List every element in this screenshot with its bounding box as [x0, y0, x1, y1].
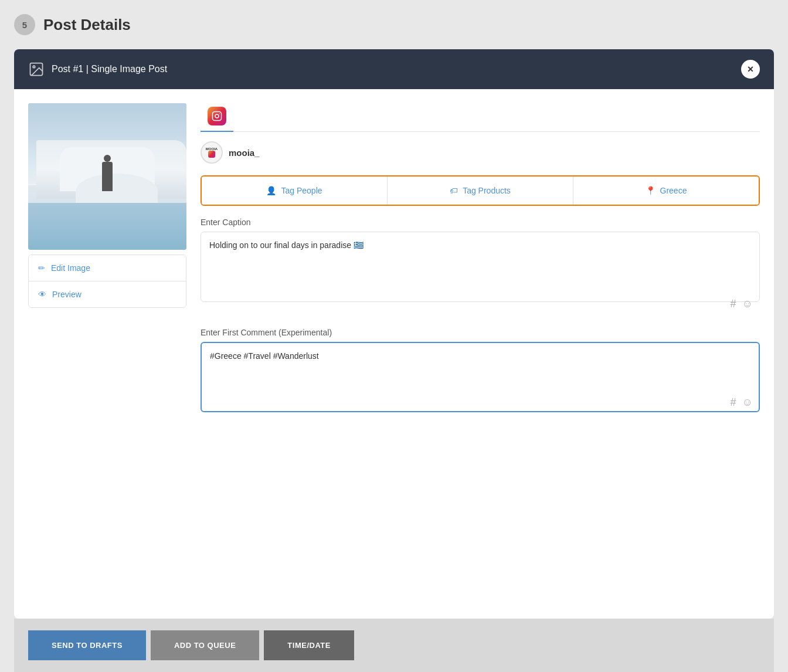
card-header: Post #1 | Single Image Post ×: [14, 49, 774, 89]
step-badge: 5: [14, 14, 35, 35]
tag-products-button[interactable]: 🏷 Tag Products: [388, 177, 573, 205]
avatar: MOOIA: [201, 141, 223, 164]
caption-icons: # ☺: [731, 298, 753, 310]
card-body: ✏ Edit Image 👁 Preview: [14, 89, 774, 440]
svg-point-3: [215, 114, 219, 118]
platform-tabs: [201, 103, 760, 132]
left-column: ✏ Edit Image 👁 Preview: [28, 103, 186, 426]
caption-section: Enter Caption # ☺: [201, 218, 760, 316]
person-silhouette: [102, 162, 113, 191]
instagram-icon: [208, 107, 226, 125]
edit-image-button[interactable]: ✏ Edit Image: [29, 255, 186, 281]
close-button[interactable]: ×: [741, 60, 760, 79]
image-actions: ✏ Edit Image 👁 Preview: [28, 254, 186, 308]
water: [28, 203, 186, 250]
instagram-tab[interactable]: [201, 103, 233, 131]
caption-input[interactable]: [201, 232, 760, 302]
bottom-bar: SEND TO DRAFTS ADD TO QUEUE TIME/DATE: [14, 619, 774, 672]
image-post-icon: [28, 61, 45, 77]
comment-label: Enter First Comment (Experimental): [201, 328, 760, 337]
tag-icon: 🏷: [450, 186, 458, 195]
add-to-queue-button[interactable]: ADD TO QUEUE: [151, 630, 259, 660]
post-image: [28, 103, 186, 250]
comment-section: Enter First Comment (Experimental) # ☺: [201, 328, 760, 415]
right-column: MOOIA mooia_ 👤 Tag People 🏷 Tag Products: [201, 103, 760, 426]
svg-point-1: [33, 66, 35, 68]
caption-wrapper: # ☺: [201, 232, 760, 316]
main-card: Post #1 | Single Image Post ×: [14, 49, 774, 619]
send-to-drafts-button[interactable]: SEND TO DRAFTS: [28, 630, 146, 660]
comment-wrapper: # ☺: [201, 342, 760, 415]
edit-icon: ✏: [38, 263, 45, 273]
preview-button[interactable]: 👁 Preview: [29, 281, 186, 307]
emoji-icon[interactable]: ☺: [742, 298, 753, 310]
time-date-button[interactable]: TIME/DATE: [264, 630, 354, 660]
location-icon: 📍: [646, 186, 655, 195]
comment-hashtag-icon[interactable]: #: [731, 396, 736, 409]
caption-label: Enter Caption: [201, 218, 760, 227]
tag-row: 👤 Tag People 🏷 Tag Products 📍 Greece: [201, 175, 760, 206]
post-label: Post #1 | Single Image Post: [52, 64, 167, 74]
account-name: mooia_: [229, 148, 260, 158]
comment-input[interactable]: [201, 342, 760, 412]
svg-rect-2: [213, 112, 222, 121]
account-row: MOOIA mooia_: [201, 141, 760, 164]
eye-icon: 👁: [38, 290, 46, 299]
hashtag-icon[interactable]: #: [731, 298, 736, 310]
person-icon: 👤: [266, 186, 276, 195]
comment-emoji-icon[interactable]: ☺: [742, 396, 753, 409]
tag-people-button[interactable]: 👤 Tag People: [202, 177, 388, 205]
image-background: [28, 103, 186, 250]
location-button[interactable]: 📍 Greece: [573, 177, 759, 205]
card-header-left: Post #1 | Single Image Post: [28, 61, 167, 77]
page-title: Post Details: [43, 16, 131, 34]
comment-icons: # ☺: [731, 396, 753, 409]
svg-point-4: [219, 113, 220, 114]
